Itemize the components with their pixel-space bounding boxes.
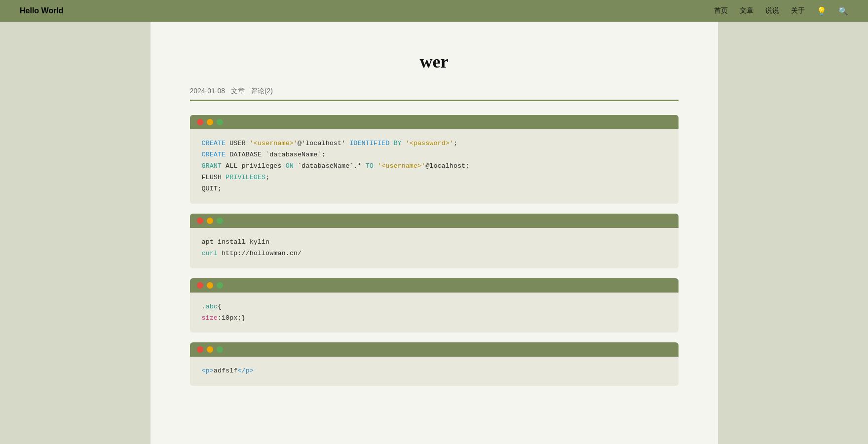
code-header-4: [190, 342, 679, 357]
bulb-icon[interactable]: 💡: [817, 6, 827, 16]
code-body-3: .abc{ size:10px;}: [190, 293, 679, 333]
dot-green-1: [217, 119, 223, 125]
code-block-2: apt install kylin curl http://hollowman.…: [190, 214, 679, 268]
nav-home[interactable]: 首页: [714, 6, 728, 15]
code-block-1: CREATE USER '<username>'@'localhost' IDE…: [190, 115, 679, 204]
dot-yellow-3: [207, 282, 213, 289]
page-wrapper: wer 2024-01-08 文章 评论(2) CREATE USER '<us…: [0, 22, 868, 444]
code-line: .abc{: [202, 301, 667, 313]
code-block-3: .abc{ size:10px;}: [190, 278, 679, 333]
search-icon[interactable]: 🔍: [838, 6, 848, 16]
dot-green-2: [217, 218, 223, 224]
code-line: QUIT;: [202, 184, 667, 195]
dot-yellow-2: [207, 218, 213, 224]
code-body-2: apt install kylin curl http://hollowman.…: [190, 228, 679, 268]
article-title: wer: [190, 51, 679, 72]
nav-thoughts[interactable]: 说说: [765, 6, 779, 15]
dot-red-1: [197, 119, 203, 125]
dot-red-4: [197, 346, 203, 353]
code-body-1: CREATE USER '<username>'@'localhost' IDE…: [190, 129, 679, 204]
code-header-3: [190, 278, 679, 293]
code-block-4: <p>adfslf</p>: [190, 342, 679, 386]
code-header-2: [190, 214, 679, 228]
dot-yellow-1: [207, 119, 213, 125]
nav-articles[interactable]: 文章: [740, 6, 754, 15]
article-comments[interactable]: 评论(2): [251, 87, 273, 95]
code-line: CREATE USER '<username>'@'localhost' IDE…: [202, 138, 667, 149]
code-line: size:10px;}: [202, 313, 667, 324]
article-category: 文章: [231, 87, 245, 95]
main-nav: 首页 文章 说说 关于 💡 🔍: [714, 6, 848, 16]
content-area: wer 2024-01-08 文章 评论(2) CREATE USER '<us…: [151, 22, 718, 444]
code-header-1: [190, 115, 679, 129]
dot-green-4: [217, 346, 223, 353]
dot-red-3: [197, 282, 203, 289]
article-divider: [190, 100, 679, 101]
site-header: Hello World 首页 文章 说说 关于 💡 🔍: [0, 0, 868, 22]
code-line: GRANT ALL privileges ON `databaseName`.*…: [202, 161, 667, 172]
code-line: FLUSH PRIVILEGES;: [202, 172, 667, 184]
code-line: <p>adfslf</p>: [202, 366, 667, 377]
code-body-4: <p>adfslf</p>: [190, 357, 679, 386]
dot-yellow-4: [207, 346, 213, 353]
nav-about[interactable]: 关于: [791, 6, 805, 15]
site-logo[interactable]: Hello World: [20, 6, 64, 15]
code-line: CREATE DATABASE `databaseName`;: [202, 149, 667, 161]
dot-green-3: [217, 282, 223, 289]
code-line: apt install kylin: [202, 237, 667, 248]
article-date: 2024-01-08: [190, 87, 226, 95]
dot-red-2: [197, 218, 203, 224]
code-line: curl http://hollowman.cn/: [202, 248, 667, 259]
article-meta: 2024-01-08 文章 评论(2): [190, 87, 679, 96]
